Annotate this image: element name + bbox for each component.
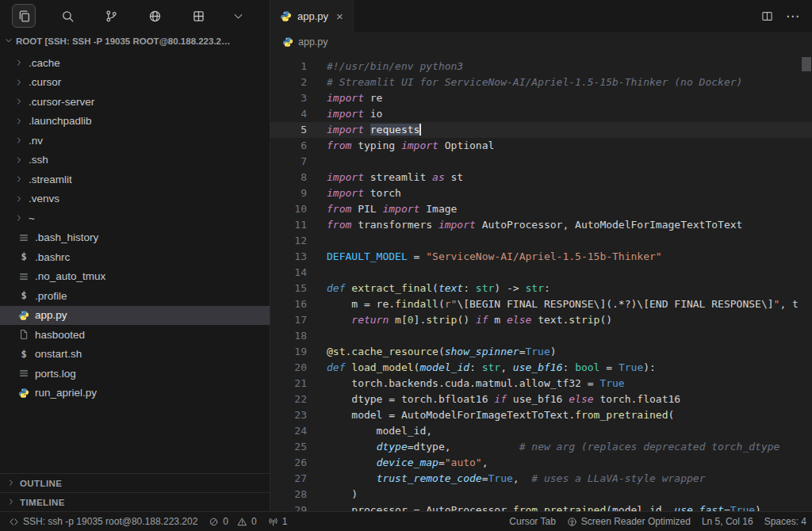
code-line-3[interactable]: 3import re — [270, 90, 812, 106]
line-number: 2 — [270, 74, 307, 90]
spaces-status[interactable]: Spaces: 4 — [759, 512, 812, 531]
screen-reader-status[interactable]: Screen Reader Optimized — [561, 512, 696, 531]
code-line-8[interactable]: 8import streamlit as st — [270, 170, 812, 185]
code-line-28[interactable]: 28 ) — [270, 487, 812, 502]
file-item-onstart.sh[interactable]: $onstart.sh — [0, 345, 270, 365]
line-number: 29 — [270, 502, 307, 511]
code-text: from transformers import AutoProcessor, … — [327, 217, 742, 233]
cursor-tab-status[interactable]: Cursor Tab — [504, 512, 561, 531]
explorer-icon[interactable] — [12, 4, 36, 28]
code-line-5[interactable]: 5import requests — [270, 122, 812, 138]
file-item-.profile[interactable]: $.profile — [0, 286, 270, 306]
chevron-right-icon — [14, 117, 25, 126]
item-label: onstart.sh — [35, 348, 82, 360]
python-icon — [280, 10, 292, 22]
code-line-22[interactable]: 22 dtype = torch.bfloat16 if use_bf16 el… — [270, 392, 812, 407]
tab-app-py[interactable]: app.py × — [270, 0, 354, 32]
code-line-17[interactable]: 17 return m[0].strip() if m else text.st… — [270, 312, 812, 328]
sidebar: ROOT [SSH: SSH -P 19035 ROOT@80.188.223.… — [0, 0, 270, 511]
code-text: ) — [327, 487, 358, 502]
source-control-icon[interactable] — [99, 4, 123, 28]
code-line-1[interactable]: 1#!/usr/bin/env python3 — [270, 59, 812, 74]
file-item-ports.log[interactable]: ports.log — [0, 364, 270, 384]
code-line-20[interactable]: 20def load_model(model_id: str, use_bf16… — [270, 360, 812, 376]
line-col-status[interactable]: Ln 5, Col 16 — [696, 512, 759, 531]
code-text: from PIL import Image — [327, 201, 457, 217]
code-editor[interactable]: 1#!/usr/bin/env python32# Streamlit UI f… — [270, 52, 812, 511]
timeline-section-header[interactable]: TIMELINE — [0, 492, 270, 511]
code-line-13[interactable]: 13DEFAULT_MODEL = "ServiceNow-AI/Apriel-… — [270, 249, 812, 265]
code-line-6[interactable]: 6from typing import Optional — [270, 138, 812, 154]
code-line-23[interactable]: 23 model = AutoModelForImageTextToText.f… — [270, 407, 812, 423]
editor-scrollbar[interactable] — [801, 52, 812, 511]
line-col-label: Ln 5, Col 16 — [702, 516, 753, 527]
chevron-down-icon[interactable] — [230, 4, 246, 28]
list-icon — [17, 271, 30, 282]
split-editor-icon[interactable] — [761, 10, 773, 22]
folder-item-.nv[interactable]: .nv — [0, 131, 270, 151]
code-line-25[interactable]: 25 dtype=dtype, # new arg (replaces depr… — [270, 439, 812, 455]
chevron-right-icon — [14, 78, 25, 87]
code-line-16[interactable]: 16 m = re.findall(r"\[BEGIN FINAL RESPON… — [270, 296, 812, 312]
file-item-.bash_history[interactable]: .bash_history — [0, 228, 270, 248]
code-line-7[interactable]: 7 — [270, 154, 812, 170]
scrollbar-thumb[interactable] — [802, 57, 811, 71]
chevron-right-icon — [14, 194, 25, 204]
outline-section-header[interactable]: OUTLINE — [0, 473, 270, 492]
python-icon — [17, 310, 30, 321]
line-number: 18 — [270, 328, 307, 344]
shell-icon: $ — [17, 290, 30, 301]
code-text: def extract_final(text: str) -> str: — [327, 281, 550, 296]
code-text: model_id, — [327, 423, 432, 439]
code-line-19[interactable]: 19@st.cache_resource(show_spinner=True) — [270, 344, 812, 360]
chevron-right-icon — [14, 136, 25, 145]
code-line-29[interactable]: 29 processor = AutoProcessor.from_pretra… — [270, 502, 812, 511]
folder-item-.venvs[interactable]: .venvs — [0, 189, 270, 209]
code-line-18[interactable]: 18 — [270, 328, 812, 344]
code-line-9[interactable]: 9import torch — [270, 185, 812, 201]
code-line-12[interactable]: 12 — [270, 233, 812, 249]
code-line-15[interactable]: 15def extract_final(text: str) -> str: — [270, 281, 812, 296]
code-line-4[interactable]: 4import io — [270, 106, 812, 122]
list-icon — [17, 368, 30, 379]
code-line-10[interactable]: 10from PIL import Image — [270, 201, 812, 217]
explorer-root-header[interactable]: ROOT [SSH: SSH -P 19035 ROOT@80.188.223.… — [0, 32, 270, 51]
line-number: 10 — [270, 201, 307, 217]
remote-explorer-icon[interactable] — [143, 4, 167, 28]
extensions-icon[interactable] — [186, 4, 210, 28]
item-label: hasbooted — [35, 329, 85, 341]
code-line-24[interactable]: 24 model_id, — [270, 423, 812, 439]
remote-status[interactable]: SSH: ssh -p 19035 root@80.188.223.202 — [3, 512, 203, 531]
folder-item-.launchpadlib[interactable]: .launchpadlib — [0, 112, 270, 132]
search-icon[interactable] — [56, 4, 79, 28]
forwarded-ports-status[interactable]: 1 — [262, 512, 293, 531]
code-line-14[interactable]: 14 — [270, 265, 812, 281]
more-actions-icon[interactable]: ⋯ — [786, 10, 799, 23]
file-item-hasbooted[interactable]: hasbooted — [0, 325, 270, 345]
line-number: 28 — [270, 487, 307, 502]
folder-item-.streamlit[interactable]: .streamlit — [0, 170, 270, 189]
folder-item-.cache[interactable]: .cache — [0, 53, 270, 73]
code-line-11[interactable]: 11from transformers import AutoProcessor… — [270, 217, 812, 233]
file-item-run_apriel.py[interactable]: run_apriel.py — [0, 384, 270, 403]
folder-item-.ssh[interactable]: .ssh — [0, 151, 270, 170]
code-line-21[interactable]: 21 torch.backends.cuda.matmul.allow_tf32… — [270, 376, 812, 392]
folder-item-.cursor[interactable]: .cursor — [0, 73, 270, 93]
file-item-.bashrc[interactable]: $.bashrc — [0, 247, 270, 267]
remote-label: SSH: ssh -p 19035 root@80.188.223.202 — [23, 516, 197, 527]
warning-icon — [237, 517, 247, 527]
line-number: 22 — [270, 392, 307, 407]
file-item-.no_auto_tmux[interactable]: .no_auto_tmux — [0, 267, 270, 287]
close-tab-icon[interactable]: × — [336, 10, 343, 22]
line-number: 25 — [270, 439, 307, 455]
folder-item-.cursor-server[interactable]: .cursor-server — [0, 92, 270, 112]
code-text: device_map="auto", — [327, 455, 488, 471]
file-item-app.py[interactable]: app.py — [0, 306, 270, 326]
code-line-27[interactable]: 27 trust_remote_code=True, # uses a LLaV… — [270, 471, 812, 487]
code-line-2[interactable]: 2# Streamlit UI for ServiceNow-AI/Apriel… — [270, 74, 812, 90]
line-number: 19 — [270, 344, 307, 360]
breadcrumb[interactable]: app.py — [270, 32, 812, 52]
folder-item-~[interactable]: ~ — [0, 208, 270, 228]
code-line-26[interactable]: 26 device_map="auto", — [270, 455, 812, 471]
problems-status[interactable]: 0 0 — [203, 512, 262, 531]
